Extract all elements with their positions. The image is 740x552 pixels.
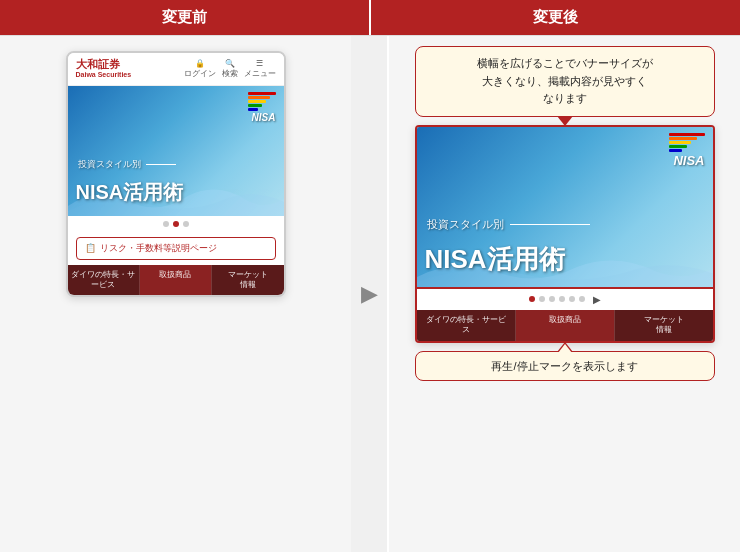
before-panel: 大和証券 Daiwa Securities 🔒 ログイン 🔍 検索 [0,36,351,552]
arrow-icon: ▶ [361,281,378,307]
after-banner: NISA 投資スタイル別 NISA活用術 [417,127,713,287]
before-risk-link[interactable]: 📋 リスク・手数料等説明ページ [76,237,276,260]
play-stop-btn[interactable]: ▶ [593,294,601,305]
before-topbar: 大和証券 Daiwa Securities 🔒 ログイン 🔍 検索 [68,53,284,86]
before-banner-title: NISA活用術 [76,179,184,206]
after-bottom-nav: ダイワの特長・サービ ス 取扱商品 マーケット 情報 [417,310,713,341]
after-dots-row: ▶ [417,287,713,310]
before-dots-row [68,216,284,232]
after-label: 変更後 [371,0,740,35]
arrow-divider: ▶ [351,36,387,552]
after-nav-item-features[interactable]: ダイワの特長・サービ ス [417,310,516,341]
main-content: 大和証券 Daiwa Securities 🔒 ログイン 🔍 検索 [0,36,740,552]
risk-icon: 📋 [85,243,96,253]
after-banner-title: NISA活用術 [425,242,565,277]
after-phone-mockup: NISA 投資スタイル別 NISA活用術 [415,125,715,343]
callout-top-bubble: 横幅を広げることでバナーサイズが 大きくなり、掲載内容が見やすく なります [415,46,715,117]
after-dot-1 [529,296,535,302]
before-banner: NISA 投資スタイル別 NISA活用術 [68,86,284,216]
search-icon: 🔍 検索 [222,59,238,79]
dot-3 [183,221,189,227]
after-dot-4 [559,296,565,302]
login-icon: 🔒 ログイン [184,59,216,79]
before-banner-subtitle: 投資スタイル別 [78,158,177,171]
nav-item-products[interactable]: 取扱商品 [140,265,212,296]
after-nav-item-market[interactable]: マーケット 情報 [615,310,713,341]
before-logo: 大和証券 Daiwa Securities [76,58,132,80]
dot-2 [173,221,179,227]
callout-bottom-bubble: 再生/停止マークを表示します [415,351,715,382]
after-dot-6 [579,296,585,302]
after-nisa-logo: NISA [669,133,705,168]
before-nisa-logo: NISA [248,92,276,123]
after-nav-item-products[interactable]: 取扱商品 [516,310,615,341]
after-banner-subtitle: 投資スタイル別 [427,217,590,232]
menu-icon: ☰ メニュー [244,59,276,79]
dot-1 [163,221,169,227]
nav-item-features[interactable]: ダイワの特長・サービス [68,265,140,296]
before-label: 変更前 [0,0,369,35]
after-panel: 横幅を広げることでバナーサイズが 大きくなり、掲載内容が見やすく なります [387,36,740,552]
after-nisa-text: NISA [673,153,704,168]
after-dot-5 [569,296,575,302]
before-bottom-nav: ダイワの特長・サービス 取扱商品 マーケット 情報 [68,265,284,296]
top-header: 変更前 変更後 [0,0,740,36]
after-dot-2 [539,296,545,302]
before-phone-mockup: 大和証券 Daiwa Securities 🔒 ログイン 🔍 検索 [66,51,286,297]
after-dot-3 [549,296,555,302]
before-phone-icons: 🔒 ログイン 🔍 検索 ☰ メニュー [184,59,276,79]
before-nisa-text: NISA [252,112,276,123]
nav-item-market[interactable]: マーケット 情報 [212,265,283,296]
